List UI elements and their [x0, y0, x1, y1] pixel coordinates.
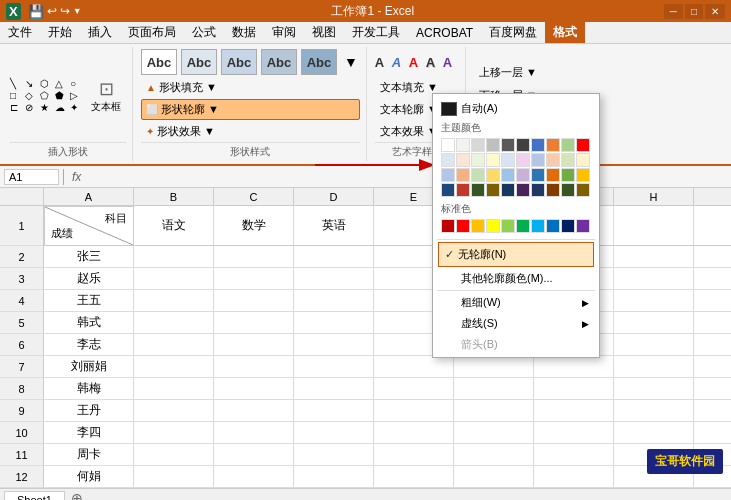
standard-color-row[interactable] — [437, 217, 595, 237]
cell-c1[interactable]: 数学 — [214, 206, 294, 245]
more-colors-item[interactable]: 其他轮廓颜色(M)... — [437, 268, 595, 289]
cell-F11[interactable] — [454, 444, 534, 465]
style-abc-2[interactable]: Abc — [181, 49, 217, 75]
cell-C6[interactable] — [214, 334, 294, 355]
row-num-6[interactable]: 6 — [0, 334, 44, 356]
styles-more-btn[interactable]: ▼ — [342, 52, 360, 72]
cell-B5[interactable] — [134, 312, 214, 333]
style-abc-5[interactable]: Abc — [301, 49, 337, 75]
cell-D6[interactable] — [294, 334, 374, 355]
shape-styles-grid[interactable]: Abc Abc Abc Abc Abc — [141, 49, 339, 75]
cell-D10[interactable] — [294, 422, 374, 443]
cell-G11[interactable] — [534, 444, 614, 465]
cell-D4[interactable] — [294, 290, 374, 311]
style-abc-4[interactable]: Abc — [261, 49, 297, 75]
cell-D9[interactable] — [294, 400, 374, 421]
col-header-b[interactable]: B — [134, 188, 214, 205]
cell-D8[interactable] — [294, 378, 374, 399]
cell-C12[interactable] — [214, 466, 294, 487]
minimize-button[interactable]: ─ — [664, 4, 683, 19]
cell-C2[interactable] — [214, 246, 294, 267]
cell-H2[interactable] — [614, 246, 694, 267]
no-outline-item[interactable]: ✓ 无轮廓(N) — [438, 242, 594, 267]
row-num-9[interactable]: 9 — [0, 400, 44, 422]
cell-d1[interactable]: 英语 — [294, 206, 374, 245]
shapes-palette[interactable]: ╲↘⬡△○ □◇⬠⬟▷ ⊏⊘★☁✦ — [10, 78, 84, 113]
menu-item-formula[interactable]: 公式 — [184, 22, 224, 43]
row-num-7[interactable]: 7 — [0, 356, 44, 378]
cell-C8[interactable] — [214, 378, 294, 399]
row-num-5[interactable]: 5 — [0, 312, 44, 334]
shape-fill-btn[interactable]: ▲ 形状填充 ▼ — [141, 77, 360, 98]
col-header-c[interactable]: C — [214, 188, 294, 205]
cell-D12[interactable] — [294, 466, 374, 487]
menu-item-format[interactable]: 格式 — [545, 22, 585, 43]
row-num-8[interactable]: 8 — [0, 378, 44, 400]
cell-H10[interactable] — [614, 422, 694, 443]
cell-G8[interactable] — [534, 378, 614, 399]
cell-A6[interactable]: 李志 — [44, 334, 134, 355]
cell-H9[interactable] — [614, 400, 694, 421]
cell-B9[interactable] — [134, 400, 214, 421]
row-num-3[interactable]: 3 — [0, 268, 44, 290]
cell-F9[interactable] — [454, 400, 534, 421]
cell-A11[interactable]: 周卡 — [44, 444, 134, 465]
cell-H8[interactable] — [614, 378, 694, 399]
cell-A5[interactable]: 韩式 — [44, 312, 134, 333]
cell-E7[interactable] — [374, 356, 454, 377]
row-num-4[interactable]: 4 — [0, 290, 44, 312]
cell-H4[interactable] — [614, 290, 694, 311]
cell-H6[interactable] — [614, 334, 694, 355]
cell-B8[interactable] — [134, 378, 214, 399]
cell-H5[interactable] — [614, 312, 694, 333]
cell-B7[interactable] — [134, 356, 214, 377]
cell-F10[interactable] — [454, 422, 534, 443]
style-abc-1[interactable]: Abc — [141, 49, 177, 75]
menu-item-file[interactable]: 文件 — [0, 22, 40, 43]
cell-A4[interactable]: 王五 — [44, 290, 134, 311]
quick-access-undo[interactable]: ↩ — [47, 4, 57, 18]
diagonal-header-cell[interactable]: 科目 成绩 — [44, 206, 134, 246]
row-num-10[interactable]: 10 — [0, 422, 44, 444]
row-num-2[interactable]: 2 — [0, 246, 44, 268]
cell-B10[interactable] — [134, 422, 214, 443]
cell-H3[interactable] — [614, 268, 694, 289]
add-sheet-btn[interactable]: ⊕ — [65, 488, 89, 500]
cell-C9[interactable] — [214, 400, 294, 421]
quick-access-save[interactable]: 💾 — [28, 4, 44, 19]
shape-outline-btn[interactable]: ⬜ 形状轮廓 ▼ — [141, 99, 360, 120]
quick-access-dropdown[interactable]: ▼ — [73, 6, 82, 16]
cell-A10[interactable]: 李四 — [44, 422, 134, 443]
menu-item-insert[interactable]: 插入 — [80, 22, 120, 43]
menu-item-baidu[interactable]: 百度网盘 — [481, 22, 545, 43]
text-box-btn[interactable]: ⊡ 文本框 — [86, 75, 126, 117]
row-num-11[interactable]: 11 — [0, 444, 44, 466]
cell-G7[interactable] — [534, 356, 614, 377]
cell-B6[interactable] — [134, 334, 214, 355]
cell-E9[interactable] — [374, 400, 454, 421]
cell-C10[interactable] — [214, 422, 294, 443]
auto-color-label[interactable]: 自动(A) — [461, 101, 498, 116]
cell-A8[interactable]: 韩梅 — [44, 378, 134, 399]
menu-item-pagelayout[interactable]: 页面布局 — [120, 22, 184, 43]
cell-E12[interactable] — [374, 466, 454, 487]
cell-A2[interactable]: 张三 — [44, 246, 134, 267]
cell-C11[interactable] — [214, 444, 294, 465]
cell-b1[interactable]: 语文 — [134, 206, 214, 245]
cell-B4[interactable] — [134, 290, 214, 311]
cell-D5[interactable] — [294, 312, 374, 333]
cell-F7[interactable] — [454, 356, 534, 377]
col-header-h[interactable]: H — [614, 188, 694, 205]
cell-B11[interactable] — [134, 444, 214, 465]
cell-G10[interactable] — [534, 422, 614, 443]
cell-A7[interactable]: 刘丽娟 — [44, 356, 134, 377]
name-box[interactable]: A1 — [4, 169, 59, 185]
dash-item[interactable]: 虚线(S) ▶ — [437, 313, 595, 334]
style-abc-3[interactable]: Abc — [221, 49, 257, 75]
cell-B12[interactable] — [134, 466, 214, 487]
cell-F8[interactable] — [454, 378, 534, 399]
menu-item-data[interactable]: 数据 — [224, 22, 264, 43]
sheet-tab-sheet1[interactable]: Sheet1 — [4, 491, 65, 500]
weight-item[interactable]: 粗细(W) ▶ — [437, 292, 595, 313]
quick-access-redo[interactable]: ↪ — [60, 4, 70, 18]
